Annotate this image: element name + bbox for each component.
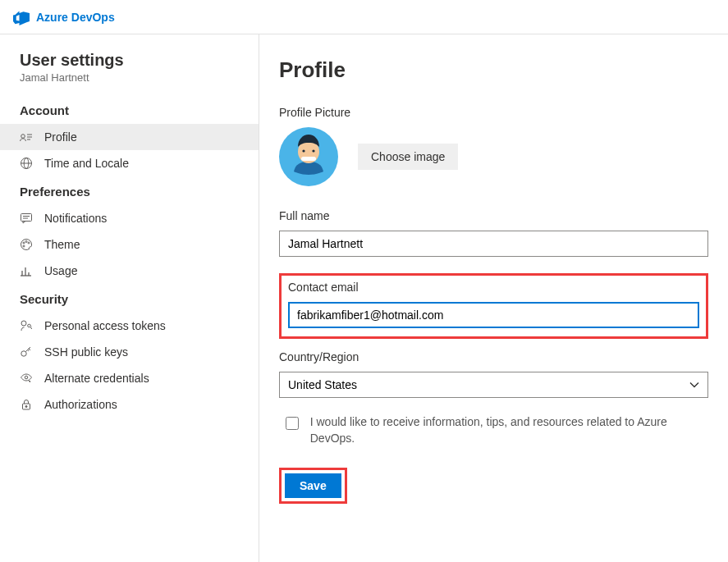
sidebar-item-notifications[interactable]: Notifications xyxy=(0,205,259,231)
sidebar-title: User settings xyxy=(0,48,259,71)
svg-point-11 xyxy=(25,241,27,243)
highlight-save: Save xyxy=(279,468,347,504)
azure-devops-logo-icon xyxy=(13,9,30,25)
sidebar-item-time-locale[interactable]: Time and Locale xyxy=(0,150,259,176)
nav-label: Notifications xyxy=(44,212,107,225)
bar-chart-icon xyxy=(20,264,33,277)
svg-point-10 xyxy=(23,242,25,244)
full-name-input[interactable] xyxy=(279,231,708,257)
nav-label: Personal access tokens xyxy=(44,319,166,332)
sidebar-username: Jamal Hartnett xyxy=(0,71,259,95)
country-label: Country/Region xyxy=(279,350,708,363)
save-button[interactable]: Save xyxy=(285,473,341,498)
brand-link[interactable]: Azure DevOps xyxy=(36,11,115,24)
svg-point-13 xyxy=(23,245,25,247)
group-account: Account xyxy=(0,95,259,124)
svg-point-27 xyxy=(302,149,304,152)
sidebar-item-ssh[interactable]: SSH public keys xyxy=(0,339,259,365)
svg-point-20 xyxy=(21,351,26,356)
highlight-contact-email: Contact email xyxy=(279,273,708,339)
sidebar-item-pat[interactable]: Personal access tokens xyxy=(0,313,259,339)
country-select[interactable] xyxy=(279,372,708,398)
profile-picture-label: Profile Picture xyxy=(279,106,708,119)
svg-point-12 xyxy=(28,242,30,244)
sidebar-item-auth[interactable]: Authorizations xyxy=(0,391,259,418)
svg-point-23 xyxy=(25,406,27,408)
lock-icon xyxy=(20,398,33,411)
key-person-icon xyxy=(20,319,33,332)
svg-rect-26 xyxy=(301,157,316,161)
key-icon xyxy=(20,345,33,359)
newsletter-checkbox[interactable] xyxy=(286,417,299,430)
main-content: Profile Profile Picture Choose image Ful… xyxy=(259,34,728,562)
sidebar-item-altcreds[interactable]: Alternate credentials xyxy=(0,365,259,391)
svg-point-0 xyxy=(21,135,25,139)
sidebar-item-theme[interactable]: Theme xyxy=(0,231,259,258)
avatar xyxy=(279,127,338,186)
sidebar: User settings Jamal Hartnett Account Pro… xyxy=(0,34,259,562)
contact-email-label: Contact email xyxy=(288,281,699,294)
newsletter-label: I would like to receive information, tip… xyxy=(310,414,708,446)
palette-icon xyxy=(20,238,33,251)
nav-label: Profile xyxy=(44,130,77,144)
full-name-label: Full name xyxy=(279,209,708,222)
contact-email-input[interactable] xyxy=(288,302,699,328)
nav-label: Authorizations xyxy=(44,398,117,411)
svg-point-21 xyxy=(25,376,28,379)
group-security: Security xyxy=(0,284,259,313)
nav-label: Usage xyxy=(44,264,77,277)
choose-image-button[interactable]: Choose image xyxy=(358,144,458,170)
nav-label: Theme xyxy=(44,238,80,251)
nav-label: SSH public keys xyxy=(44,345,128,359)
nav-label: Alternate credentials xyxy=(44,372,149,385)
svg-rect-7 xyxy=(21,214,32,222)
svg-point-18 xyxy=(21,321,26,326)
group-preferences: Preferences xyxy=(0,176,259,205)
top-banner: Azure DevOps xyxy=(0,0,728,34)
sidebar-item-profile[interactable]: Profile xyxy=(0,124,259,150)
sidebar-item-usage[interactable]: Usage xyxy=(0,258,259,284)
comment-icon xyxy=(20,212,33,225)
nav-label: Time and Locale xyxy=(44,157,129,170)
person-card-icon xyxy=(20,130,33,144)
page-title: Profile xyxy=(279,57,708,83)
newsletter-checkbox-row[interactable]: I would like to receive information, tip… xyxy=(286,414,708,446)
svg-point-28 xyxy=(312,149,314,152)
eye-key-icon xyxy=(20,372,33,385)
globe-icon xyxy=(20,157,33,170)
